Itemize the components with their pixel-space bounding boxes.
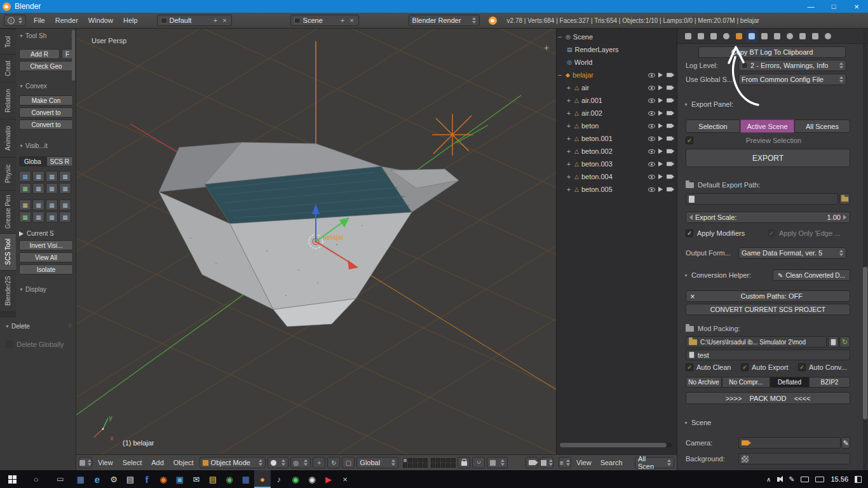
selectability-cursor-icon[interactable]: [658, 72, 663, 78]
export-tab-all-scenes[interactable]: All Scenes: [794, 119, 850, 133]
editor-type-button[interactable]: i: [4, 15, 26, 26]
apply-modifiers-checkbox[interactable]: ✓: [686, 229, 693, 237]
panel-header-convex[interactable]: ▼ Convex: [19, 81, 73, 90]
expand-panel-icon[interactable]: +: [544, 43, 549, 53]
shelf-tab-physics[interactable]: Physic: [0, 157, 16, 190]
taskbar-app-settings[interactable]: ⚙: [105, 470, 122, 488]
taskbar-app-x[interactable]: ×: [337, 470, 353, 488]
tab-physics-icon[interactable]: [822, 30, 834, 42]
menu-render[interactable]: Render: [50, 17, 83, 24]
convert-to-button-2[interactable]: Convert to: [19, 119, 73, 130]
taskbar-app-edge[interactable]: e: [89, 470, 105, 488]
auto-clean-row[interactable]: ✓ Auto Clean: [686, 363, 731, 371]
collapse-expander-icon[interactable]: +: [566, 173, 572, 180]
collapse-expander-icon[interactable]: +: [566, 160, 572, 168]
renderability-camera-icon[interactable]: [667, 111, 672, 115]
panel-drag-dots-icon[interactable]: ⠿: [68, 323, 71, 329]
taskbar-app-firefox[interactable]: ◉: [155, 470, 172, 488]
tab-object-icon[interactable]: [733, 30, 745, 42]
copy-log-button[interactable]: Copy BT Log To Clipboard: [698, 46, 846, 58]
outliner-editor-type-button[interactable]: ≡: [559, 457, 571, 468]
delete-globally-checkbox[interactable]: [5, 341, 13, 348]
archive-option-no-archive[interactable]: No Archive: [686, 377, 722, 388]
panel-header-visibility[interactable]: ▼ Visib...it: [19, 141, 73, 150]
collapse-expander-icon[interactable]: +: [566, 97, 572, 104]
outliner-row-beton004[interactable]: + △ beton.004: [557, 170, 677, 183]
make-convex-button[interactable]: Make Con: [19, 95, 73, 105]
selectability-cursor-icon[interactable]: [658, 136, 663, 141]
model-structure[interactable]: [76, 142, 459, 327]
snap-element-selector[interactable]: [487, 457, 508, 468]
scene-add-icon[interactable]: +: [339, 17, 346, 24]
visibility-eye-icon[interactable]: [648, 149, 655, 154]
selectability-cursor-icon[interactable]: [658, 161, 663, 166]
scs-root-toggle-button[interactable]: SCS R: [46, 156, 74, 166]
visibility-tool-icon[interactable]: ▦: [59, 171, 71, 182]
close-button[interactable]: ×: [845, 0, 868, 13]
visibility-tool-icon[interactable]: ▦: [32, 183, 44, 194]
auto-convert-checkbox[interactable]: ✓: [798, 363, 806, 371]
tab-texture-icon[interactable]: [797, 30, 808, 42]
scene-selector[interactable]: Scene + ×: [290, 15, 359, 26]
check-geometry-button[interactable]: Check Geo: [19, 61, 73, 71]
panel-header-tool-shelf[interactable]: ▼ Tool Sh ⠿: [19, 31, 73, 40]
shelf-tab-tool[interactable]: Tool: [0, 29, 16, 54]
mod-path-refresh-button[interactable]: ↻: [839, 336, 850, 348]
archive-option-no-compress[interactable]: No Compr...: [722, 377, 770, 388]
visibility-tool-icon[interactable]: ▦: [32, 171, 44, 182]
shelf-tab-scs-tool[interactable]: SCS Tool: [0, 233, 16, 270]
export-panel-header[interactable]: ▼ Export Panel:: [684, 100, 733, 108]
tab-particles-icon[interactable]: [810, 30, 821, 42]
selectability-cursor-icon[interactable]: [658, 85, 663, 90]
preview-selection-checkbox[interactable]: ✓: [686, 137, 693, 144]
taskbar-app-browser[interactable]: ◉: [304, 470, 320, 488]
task-view-button[interactable]: ▭: [48, 470, 72, 488]
visibility-tool-icon[interactable]: ▦: [19, 212, 31, 222]
layout-delete-icon[interactable]: ×: [221, 17, 227, 24]
export-scale-slider[interactable]: Export Scale: 1.00: [686, 212, 850, 223]
tab-material-icon[interactable]: [784, 30, 796, 42]
visibility-eye-icon[interactable]: [648, 175, 655, 179]
outliner-row-scene[interactable]: − ◎ Scene: [557, 30, 677, 43]
tool-shelf-scrollbar[interactable]: [72, 30, 75, 81]
mode-selector[interactable]: Object Mode: [200, 457, 266, 468]
taskbar-app-facebook[interactable]: f: [139, 470, 155, 488]
collapse-expander-icon[interactable]: −: [557, 33, 563, 41]
panel-header-delete[interactable]: ▼ Delete ⠿: [5, 322, 71, 330]
volume-icon[interactable]: [777, 477, 780, 482]
viewport-menu-object[interactable]: Object: [170, 459, 198, 466]
visibility-tool-icon[interactable]: ▦: [46, 212, 58, 222]
auto-export-row[interactable]: ✓ Auto Export: [741, 363, 788, 371]
outliner-row-belajar[interactable]: − ◆ belajar: [557, 69, 677, 81]
layout-add-icon[interactable]: +: [212, 17, 219, 24]
visibility-eye-icon[interactable]: [648, 111, 655, 116]
conversion-helper-header[interactable]: ▼ Conversion Helper:: [684, 271, 751, 279]
collapse-expander-icon[interactable]: +: [566, 135, 572, 142]
visibility-tool-icon[interactable]: ▦: [59, 212, 71, 222]
auto-export-checkbox[interactable]: ✓: [741, 363, 749, 371]
outliner-row-renderlayers[interactable]: ▤ RenderLayers: [557, 43, 677, 56]
scene-delete-icon[interactable]: ×: [348, 17, 355, 24]
camera-field[interactable]: [738, 437, 841, 449]
visibility-tool-icon[interactable]: ▦: [59, 200, 71, 210]
selectability-cursor-icon[interactable]: [658, 149, 663, 154]
outliner-menu-view[interactable]: View: [573, 459, 595, 466]
maximize-button[interactable]: □: [822, 0, 845, 13]
outliner-row-beton002[interactable]: + △ beton.002: [557, 145, 677, 158]
visibility-tool-icon[interactable]: ▦: [46, 171, 58, 182]
properties-scrollbar-thumb[interactable]: [863, 267, 867, 419]
add-root-button[interactable]: Add R: [19, 49, 60, 59]
tab-world-icon[interactable]: [721, 30, 732, 42]
tab-render-icon[interactable]: [682, 30, 694, 42]
shelf-tab-create[interactable]: Creat: [0, 54, 16, 82]
render-opengl-button[interactable]: [526, 457, 538, 468]
transform-orientation-selector[interactable]: Global: [356, 457, 398, 468]
outliner-menu-search[interactable]: Search: [597, 459, 627, 466]
taskbar-app-blender[interactable]: ●: [254, 470, 271, 488]
snap-toggle-button[interactable]: ∩: [472, 457, 485, 468]
tab-render-layers-icon[interactable]: [695, 30, 707, 42]
taskbar-app-grid[interactable]: ▦: [238, 470, 254, 488]
visibility-tool-icon[interactable]: ▦: [19, 183, 31, 194]
panel-header-display[interactable]: ▼ Display: [19, 285, 73, 294]
convert-to-button-1[interactable]: Convert to: [19, 107, 73, 118]
